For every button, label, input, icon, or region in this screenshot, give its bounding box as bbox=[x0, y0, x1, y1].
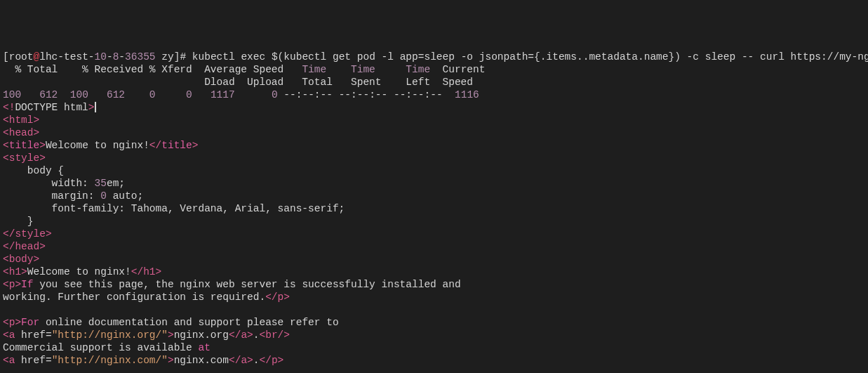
curl-header-1: % Total % Received % Xferd Average Speed… bbox=[3, 64, 485, 75]
css-prop: margin: bbox=[3, 190, 100, 202]
tag-style-close: </style> bbox=[3, 228, 52, 240]
terminal-output[interactable]: [root@lhc-test-10-8-36355 zy]# kubectl e… bbox=[0, 51, 868, 373]
hdr-text: Current bbox=[430, 64, 485, 75]
tag-bracket: > bbox=[192, 140, 199, 151]
tag-bracket: < bbox=[3, 102, 9, 113]
tag: > bbox=[168, 329, 174, 341]
p-text: working. Further configuration is requir… bbox=[3, 292, 265, 303]
title-text: Welcome to nginx! bbox=[46, 140, 149, 151]
stat: 612 bbox=[88, 89, 125, 100]
tag: </h1> bbox=[131, 266, 162, 277]
tag-bracket: </ bbox=[149, 140, 161, 151]
tag-name: title bbox=[9, 140, 40, 151]
host-part: lhc-test- bbox=[39, 51, 94, 63]
css-prop: width: bbox=[3, 178, 95, 189]
doctype-text: DOCTYPE html bbox=[15, 102, 88, 113]
prompt-line: [root@lhc-test-10-8-36355 zy]# kubectl e… bbox=[3, 51, 868, 63]
link-text: nginx.org bbox=[174, 329, 229, 341]
css-num: 35 bbox=[95, 178, 107, 189]
tag: </a> bbox=[229, 329, 253, 341]
time-label: Time bbox=[351, 64, 375, 75]
curl-header-2: Dload Upload Total Spent Left Speed bbox=[3, 77, 473, 88]
tag: <a bbox=[3, 355, 15, 366]
tag-bracket: < bbox=[3, 140, 9, 151]
tag: <h1> bbox=[3, 266, 27, 277]
css-line: font-family: Tahoma, Verdana, Arial, san… bbox=[3, 203, 345, 214]
dot: . bbox=[253, 329, 260, 341]
stat: 0 bbox=[156, 89, 192, 100]
css-unit: em; bbox=[107, 178, 125, 189]
a-line1: <a href="http://nginx.org/">nginx.org</a… bbox=[3, 329, 290, 341]
host-num: 36355 bbox=[125, 51, 156, 63]
tag-style-open: <style> bbox=[3, 152, 46, 164]
hash: # bbox=[180, 51, 186, 63]
user: root bbox=[9, 51, 34, 63]
tag: </p> bbox=[260, 355, 284, 366]
hdr-text: % Total % Received % Xferd Average Speed bbox=[3, 64, 302, 75]
keyword-for: For bbox=[21, 317, 39, 328]
sp bbox=[326, 64, 351, 75]
stat: 1117 bbox=[192, 89, 235, 100]
text-cursor bbox=[95, 102, 96, 112]
attr: href= bbox=[15, 329, 51, 341]
curl-stats-line: 100 612 100 612 0 0 1117 0 --:--:-- --:-… bbox=[3, 89, 479, 100]
tag: <p> bbox=[3, 279, 21, 290]
keyword-at: at bbox=[198, 342, 210, 353]
title-line: <title>Welcome to nginx!</title> bbox=[3, 140, 198, 151]
commercial-line: Commercial support is available at bbox=[3, 342, 211, 353]
text: Commercial support is available bbox=[3, 342, 198, 353]
stat-dashes: --:--:-- --:--:-- --:--:-- bbox=[278, 89, 455, 100]
blank-line bbox=[3, 367, 9, 373]
tag-html-open: <html> bbox=[3, 114, 39, 126]
dash: - bbox=[119, 51, 125, 63]
sp bbox=[375, 64, 406, 75]
at-sign: @ bbox=[34, 51, 40, 63]
tag-body-open: <body> bbox=[3, 254, 39, 265]
p-text: online documentation and support please … bbox=[39, 317, 338, 328]
css-line: width: 35em; bbox=[3, 178, 125, 189]
p1-line1: <p>If you see this page, the nginx web s… bbox=[3, 279, 461, 290]
keyword-if: If bbox=[21, 279, 33, 290]
time-label: Time bbox=[302, 64, 326, 75]
blank-line bbox=[3, 304, 9, 315]
tag-name: title bbox=[161, 140, 192, 151]
stat: 100 bbox=[58, 89, 88, 100]
stat: 0 bbox=[125, 89, 156, 100]
h1-line: <h1>Welcome to nginx!</h1> bbox=[3, 266, 161, 277]
dash: - bbox=[107, 51, 113, 63]
css-line: } bbox=[3, 216, 34, 227]
css-line: margin: 0 auto; bbox=[3, 190, 143, 202]
tag: <br/> bbox=[260, 329, 291, 341]
tag-bracket: > bbox=[88, 102, 95, 113]
stat: 0 bbox=[235, 89, 278, 100]
link-text: nginx.com bbox=[174, 355, 229, 366]
attr-val: "http://nginx.org/" bbox=[52, 329, 168, 341]
p-text: you see this page, the nginx web server … bbox=[34, 279, 461, 290]
css-num: 0 bbox=[100, 190, 107, 202]
a-line2: <a href="http://nginx.com/">nginx.com</a… bbox=[3, 355, 283, 366]
css-line: body { bbox=[3, 165, 64, 176]
tag: > bbox=[168, 355, 174, 366]
tag-head-open: <head> bbox=[3, 127, 39, 138]
time-label: Time bbox=[406, 64, 430, 75]
dot: . bbox=[253, 355, 260, 366]
bracket: [ bbox=[3, 51, 9, 63]
tag: </p> bbox=[265, 292, 290, 303]
dir: zy bbox=[156, 51, 174, 63]
command-text: kubectl exec $(kubectl get pod -l app=sl… bbox=[186, 51, 868, 63]
attr: href= bbox=[15, 355, 51, 366]
host-num: 10 bbox=[95, 51, 107, 63]
p2-line1: <p>For online documentation and support … bbox=[3, 317, 339, 328]
attr-val: "http://nginx.com/" bbox=[52, 355, 168, 366]
tag: </a> bbox=[229, 355, 253, 366]
css-val: auto; bbox=[107, 190, 143, 202]
h1-text: Welcome to nginx! bbox=[27, 266, 131, 277]
tag: <a bbox=[3, 329, 15, 341]
stat: 612 bbox=[21, 89, 58, 100]
tag-bracket: > bbox=[39, 140, 46, 151]
doctype-line: <!DOCTYPE html> bbox=[3, 102, 96, 113]
p1-line2: working. Further configuration is requir… bbox=[3, 292, 290, 303]
tag: <p> bbox=[3, 317, 21, 328]
stat: 1116 bbox=[455, 89, 479, 100]
stat: 100 bbox=[3, 89, 21, 100]
